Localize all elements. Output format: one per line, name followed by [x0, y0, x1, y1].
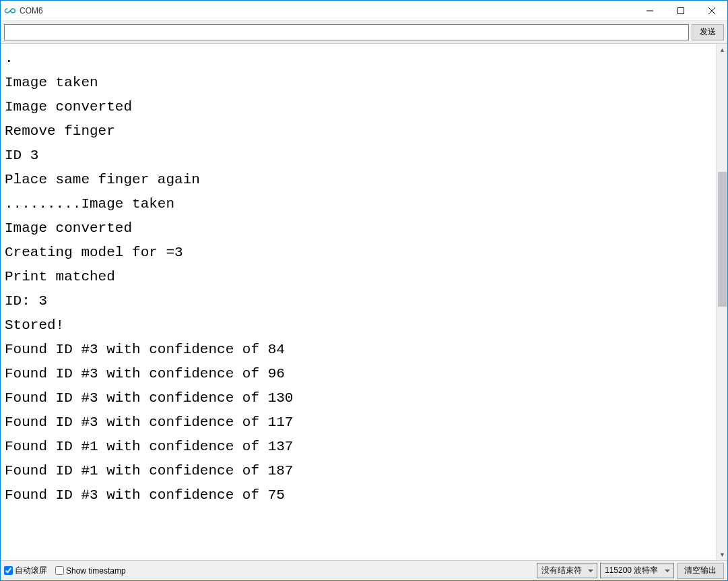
- titlebar: COM6: [1, 1, 727, 21]
- scroll-down-arrow[interactable]: ▼: [717, 549, 727, 560]
- timestamp-checkbox-label[interactable]: Show timestamp: [55, 566, 126, 576]
- svg-line-2: [708, 7, 715, 14]
- autoscroll-text: 自动滚屏: [15, 565, 47, 576]
- send-button[interactable]: 发送: [692, 24, 724, 40]
- scroll-up-arrow[interactable]: ▲: [717, 44, 727, 55]
- baud-rate-select[interactable]: 115200 波特率: [600, 563, 674, 578]
- svg-line-3: [708, 7, 715, 14]
- minimize-button[interactable]: [634, 1, 665, 20]
- arduino-icon: [5, 5, 15, 16]
- app-window: COM6 发送 . Image taken Image converted Re…: [0, 0, 728, 581]
- console-output: . Image taken Image converted Remove fin…: [1, 44, 716, 560]
- scroll-thumb[interactable]: [718, 172, 727, 307]
- window-title: COM6: [20, 6, 634, 16]
- clear-output-button[interactable]: 清空输出: [677, 563, 724, 579]
- line-ending-select[interactable]: 没有结束符: [537, 563, 597, 578]
- line-ending-value: 没有结束符: [541, 565, 582, 576]
- timestamp-text: Show timestamp: [66, 566, 126, 576]
- send-toolbar: 发送: [1, 21, 727, 44]
- close-button[interactable]: [696, 1, 727, 20]
- autoscroll-checkbox[interactable]: [4, 566, 13, 575]
- footer-bar: 自动滚屏 Show timestamp 没有结束符 115200 波特率 清空输…: [1, 560, 727, 580]
- baud-rate-value: 115200 波特率: [605, 565, 658, 576]
- vertical-scrollbar[interactable]: ▲ ▼: [716, 44, 727, 560]
- svg-rect-1: [678, 7, 684, 13]
- timestamp-checkbox[interactable]: [55, 566, 64, 575]
- window-controls: [634, 1, 727, 20]
- console-area: . Image taken Image converted Remove fin…: [1, 44, 727, 560]
- autoscroll-checkbox-label[interactable]: 自动滚屏: [4, 565, 47, 576]
- send-input[interactable]: [4, 24, 689, 40]
- maximize-button[interactable]: [665, 1, 696, 20]
